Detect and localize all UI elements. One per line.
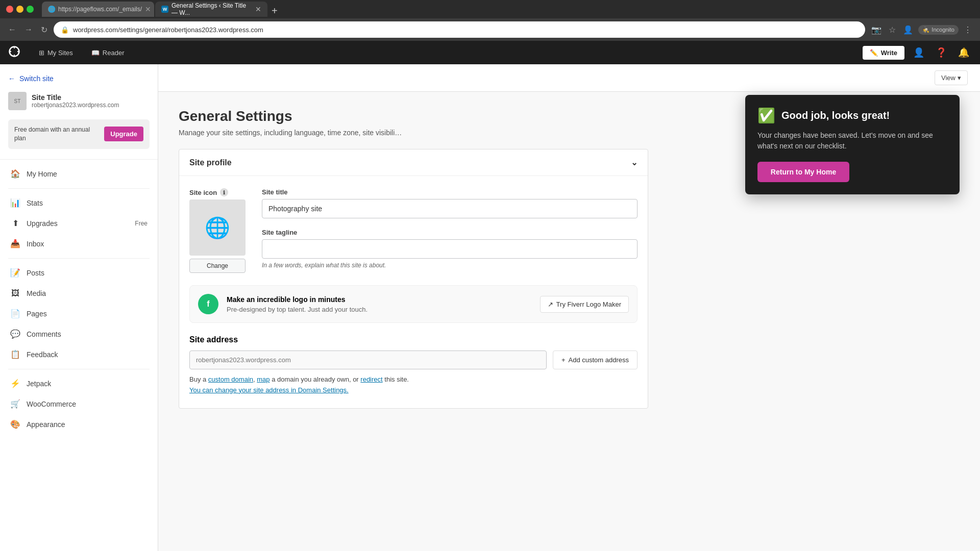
tab-close-1[interactable]: ✕ <box>145 5 151 13</box>
view-button[interactable]: View ▾ <box>935 70 968 85</box>
notification-body: Your changes have been saved. Let's move… <box>757 130 947 152</box>
pages-icon: 📄 <box>10 309 20 319</box>
logo-promo-text: Make an incredible logo in minutes Pre-d… <box>227 295 532 313</box>
browser-window: 🌐 https://pageflows.com/_emails/ ✕ W Gen… <box>0 0 980 41</box>
my-sites-nav[interactable]: ⊞ My Sites <box>35 47 77 59</box>
maximize-btn[interactable] <box>27 6 34 13</box>
site-name: Site Title <box>32 93 119 102</box>
tab-pageflows[interactable]: 🌐 https://pageflows.com/_emails/ ✕ <box>42 2 154 17</box>
back-button[interactable]: ← <box>6 23 18 36</box>
upgrade-banner: Free domain with an annual plan Upgrade <box>8 119 150 149</box>
stats-label: Stats <box>27 199 148 207</box>
new-tab-button[interactable]: + <box>268 5 281 17</box>
sidebar-item-jetpack[interactable]: ⚡ Jetpack <box>0 373 158 394</box>
write-label: Write <box>881 49 897 57</box>
sidebar-item-inbox[interactable]: 📥 Inbox <box>0 234 158 254</box>
wordpress-logo[interactable] <box>8 45 20 60</box>
page-content: General Settings Manage your site settin… <box>158 92 669 437</box>
site-title-input[interactable] <box>262 199 638 218</box>
fiverr-btn-label: Try Fiverr Logo Maker <box>556 300 621 308</box>
sidebar-item-appearance[interactable]: 🎨 Appearance <box>0 414 158 435</box>
main-container: ← Switch site ST Site Title robertjonas2… <box>0 64 980 551</box>
chevron-down-icon: ▾ <box>958 74 961 82</box>
upgrade-button[interactable]: Upgrade <box>104 127 143 141</box>
browser-tabs: 🌐 https://pageflows.com/_emails/ ✕ W Gen… <box>42 2 974 17</box>
change-icon-button[interactable]: Change <box>189 259 246 273</box>
posts-icon: 📝 <box>10 268 20 278</box>
site-tagline-hint: In a few words, explain what this site i… <box>262 262 638 269</box>
sidebar-item-stats[interactable]: 📊 Stats <box>0 193 158 213</box>
reader-label: Reader <box>103 49 125 57</box>
sidebar-item-my-home[interactable]: 🏠 My Home <box>0 164 158 184</box>
globe-icon: 🌐 <box>205 216 230 240</box>
sidebar-item-upgrades[interactable]: ⬆ Upgrades Free <box>0 213 158 234</box>
sidebar-nav: 🏠 My Home 📊 Stats ⬆ Upgrades Free 📥 Inbo… <box>0 160 158 551</box>
sidebar: ← Switch site ST Site Title robertjonas2… <box>0 64 158 551</box>
notification-header: ✅ Good job, looks great! <box>757 107 947 124</box>
forward-button[interactable]: → <box>22 23 35 36</box>
inbox-icon: 📥 <box>10 239 20 249</box>
site-icon-area: Site icon ℹ 🌐 Change <box>189 188 246 273</box>
nav-divider-posts <box>8 258 150 259</box>
reload-button[interactable]: ↻ <box>39 23 50 37</box>
appearance-icon: 🎨 <box>10 419 20 430</box>
tab-title-1: https://pageflows.com/_emails/ <box>58 6 142 13</box>
sidebar-item-pages[interactable]: 📄 Pages <box>0 304 158 324</box>
minimize-btn[interactable] <box>16 6 23 13</box>
upgrades-badge: Free <box>135 220 148 227</box>
camera-icon[interactable]: 📷 <box>869 23 884 37</box>
site-tagline-group: Site tagline In a few words, explain wha… <box>262 229 638 269</box>
upgrade-banner-text: Free domain with an annual plan <box>14 126 100 143</box>
incognito-icon: 🕵 <box>922 27 929 33</box>
profile-icon[interactable]: 👤 <box>901 23 915 37</box>
notification-title: Good job, looks great! <box>781 110 890 121</box>
bookmark-icon[interactable]: ☆ <box>887 23 898 37</box>
browser-navbar: ← → ↻ 🔒 wordpress.com/settings/general/r… <box>0 18 980 41</box>
user-avatar-button[interactable]: 👤 <box>911 44 927 61</box>
map-link[interactable]: map <box>257 375 270 383</box>
custom-domain-link[interactable]: custom domain <box>208 375 253 383</box>
sidebar-item-comments[interactable]: 💬 Comments <box>0 324 158 344</box>
nav-divider-jetpack <box>8 369 150 369</box>
site-title-group: Site title <box>262 188 638 218</box>
site-tagline-input[interactable] <box>262 239 638 259</box>
redirect-link[interactable]: redirect <box>360 375 382 383</box>
sidebar-item-posts[interactable]: 📝 Posts <box>0 263 158 283</box>
address-bar[interactable]: 🔒 wordpress.com/settings/general/robertj… <box>54 21 865 38</box>
sidebar-item-feedback[interactable]: 📋 Feedback <box>0 344 158 365</box>
return-to-my-home-button[interactable]: Return to My Home <box>757 162 849 182</box>
header-right: ✏️ Write 👤 ❓ 🔔 <box>863 44 972 61</box>
tab-wordpress[interactable]: W General Settings ‹ Site Title — W... ✕ <box>155 2 267 17</box>
switch-site-button[interactable]: ← Switch site <box>8 70 150 87</box>
help-button[interactable]: ❓ <box>933 44 949 61</box>
tab-close-2[interactable]: ✕ <box>255 5 261 13</box>
address-row: + Add custom address <box>189 350 638 369</box>
sidebar-item-media[interactable]: 🖼 Media <box>0 283 158 304</box>
site-icon-title-row: Site icon ℹ 🌐 Change Site title <box>189 188 638 273</box>
reader-nav[interactable]: 📖 Reader <box>87 47 129 59</box>
add-custom-address-button[interactable]: + Add custom address <box>553 350 638 369</box>
tab-title-2: General Settings ‹ Site Title — W... <box>172 2 252 16</box>
domain-settings-link[interactable]: You can change your site address in Doma… <box>189 386 349 394</box>
content-area: View ▾ General Settings Manage your site… <box>158 64 980 551</box>
upgrades-icon: ⬆ <box>10 218 20 229</box>
pencil-icon: ✏️ <box>870 49 878 57</box>
write-button[interactable]: ✏️ Write <box>863 46 904 60</box>
close-btn[interactable] <box>6 6 13 13</box>
site-profile-label: Site profile <box>189 158 232 167</box>
logo-promo-desc: Pre-designed by top talent. Just add you… <box>227 306 532 313</box>
my-sites-label: My Sites <box>47 49 73 57</box>
browser-titlebar: 🌐 https://pageflows.com/_emails/ ✕ W Gen… <box>0 0 980 18</box>
site-profile-header[interactable]: Site profile ⌄ <box>179 149 648 176</box>
notifications-button[interactable]: 🔔 <box>955 44 972 61</box>
section-chevron-icon: ⌄ <box>631 158 638 167</box>
incognito-badge: 🕵 Incognito <box>918 25 959 35</box>
lock-icon: 🔒 <box>61 26 69 34</box>
site-details: Site Title robertjonas2023.wordpress.com <box>32 93 119 109</box>
my-home-icon: 🏠 <box>10 169 20 179</box>
url-text: wordpress.com/settings/general/robertjon… <box>73 26 263 34</box>
menu-icon[interactable]: ⋮ <box>962 23 974 37</box>
sidebar-item-woocommerce[interactable]: 🛒 WooCommerce <box>0 394 158 414</box>
stats-icon: 📊 <box>10 198 20 208</box>
fiverr-logo-maker-button[interactable]: ↗ Try Fiverr Logo Maker <box>540 296 629 313</box>
